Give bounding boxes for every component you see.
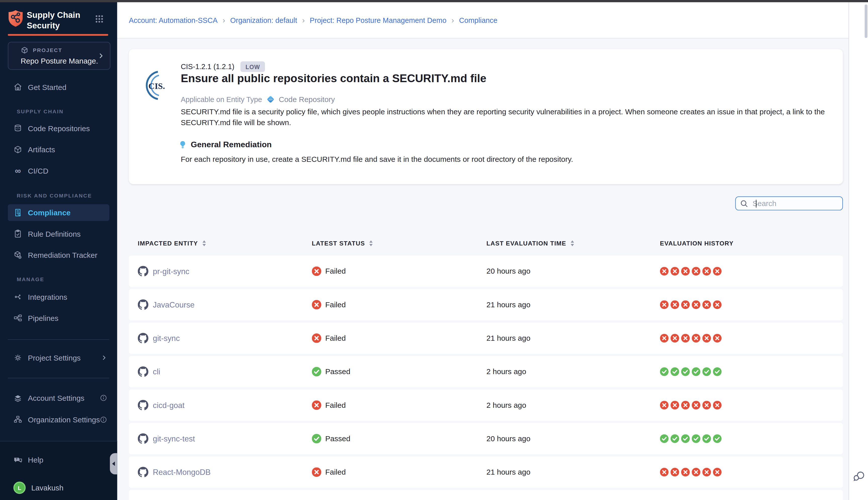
sidebar-divider xyxy=(8,378,109,378)
sidebar-item-label: Remediation Tracker xyxy=(28,251,97,259)
sidebar-item-remediation-tracker[interactable]: Remediation Tracker xyxy=(0,247,117,264)
sidebar-item-compliance[interactable]: Compliance xyxy=(8,204,109,221)
sidebar-item-artifacts[interactable]: Artifacts xyxy=(0,141,117,158)
history-failed-icon xyxy=(692,267,700,275)
table-row[interactable]: git-sync Failed 21 hours ago xyxy=(129,322,843,354)
sidebar-item-label: Get Started xyxy=(28,83,66,91)
github-icon xyxy=(138,266,148,276)
breadcrumb-bar: Account: Automation-SSCA › Organization:… xyxy=(117,2,848,38)
search-input[interactable] xyxy=(751,199,832,208)
table-row[interactable]: git-sync-test Passed 20 hours ago xyxy=(129,423,843,454)
history-failed-icon xyxy=(671,334,679,342)
project-type-label: PROJECT xyxy=(33,47,62,53)
table-row[interactable]: React-MongoDB Failed 21 hours ago xyxy=(129,456,843,488)
status-failed-icon xyxy=(312,400,322,410)
history-failed-icon xyxy=(671,468,679,476)
project-cube-icon xyxy=(21,46,28,54)
sort-button[interactable] xyxy=(202,240,207,247)
sidebar-item-organization-settings[interactable]: Organization Settings xyxy=(0,411,117,428)
sidebar-item-rule-definitions[interactable]: Rule Definitions xyxy=(0,225,117,242)
sidebar-item-label: Code Repositories xyxy=(28,124,90,133)
svg-text:CIS.: CIS. xyxy=(148,81,165,91)
history-failed-icon xyxy=(713,300,721,309)
gear-icon xyxy=(13,353,22,362)
history-passed-icon xyxy=(671,367,679,376)
history-failed-icon xyxy=(681,300,690,309)
status-failed-icon xyxy=(312,300,322,309)
entity-link[interactable]: cicd-goat xyxy=(153,401,185,410)
right-panel-strip xyxy=(848,2,868,500)
search-icon xyxy=(740,200,748,207)
impacted-entities-table: pr-git-sync Failed 20 hours ago JavaCour… xyxy=(129,255,843,500)
chat-support-icon[interactable] xyxy=(853,470,865,482)
evaluation-history xyxy=(660,300,721,309)
table-row[interactable]: pr-git-sync Failed 20 hours ago xyxy=(129,255,843,287)
sort-button[interactable] xyxy=(369,240,373,247)
breadcrumb-account-link[interactable]: Account: Automation-SSCA xyxy=(129,16,218,24)
status-label: Failed xyxy=(325,468,346,476)
table-row[interactable]: cicd-goat Failed 2 hours ago xyxy=(129,389,843,421)
project-selector[interactable]: PROJECT Repo Posture Manage... xyxy=(8,42,111,70)
entity-link[interactable]: git-sync xyxy=(153,334,180,343)
status-label: Passed xyxy=(325,367,350,376)
screen: Supply ChainSecurity PROJECT Repo Postur… xyxy=(0,0,868,500)
lightbulb-icon xyxy=(179,140,186,149)
history-passed-icon xyxy=(692,434,700,443)
evaluation-history xyxy=(660,267,721,275)
history-passed-icon xyxy=(702,434,711,443)
breadcrumb-compliance-link[interactable]: Compliance xyxy=(459,16,497,24)
info-icon[interactable] xyxy=(100,394,107,401)
app-grid-icon[interactable] xyxy=(95,14,104,24)
evaluation-history xyxy=(660,468,721,476)
status-failed-icon xyxy=(312,467,322,477)
applicable-label: Applicable on Entity Type xyxy=(181,95,262,103)
breadcrumb-organization-link[interactable]: Organization: default xyxy=(230,16,297,24)
entity-link[interactable]: React-MongoDB xyxy=(153,468,211,477)
history-passed-icon xyxy=(681,367,690,376)
sort-button[interactable] xyxy=(570,240,575,247)
sidebar-collapse-handle[interactable] xyxy=(110,453,117,474)
sidebar-item-get-started[interactable]: Get Started xyxy=(0,79,117,95)
app-title: Supply ChainSecurity xyxy=(27,10,80,31)
sidebar-section-risk-and-compliance: RISK AND COMPLIANCE xyxy=(17,192,92,198)
breadcrumb: Account: Automation-SSCA › Organization:… xyxy=(129,2,497,38)
breadcrumb-separator: › xyxy=(222,15,225,25)
user-menu[interactable]: L Lavakush xyxy=(0,479,117,496)
sidebar-item-label: Organization Settings xyxy=(28,416,100,424)
entity-link[interactable]: cli xyxy=(153,367,160,376)
sidebar-item-project-settings[interactable]: Project Settings xyxy=(0,349,117,366)
sidebar-item-integrations[interactable]: Integrations xyxy=(0,288,117,305)
info-icon[interactable] xyxy=(100,416,107,423)
column-header-latest-status: LATEST STATUS xyxy=(312,240,373,247)
artifacts-cube-icon xyxy=(13,145,22,154)
text-cursor xyxy=(756,200,756,207)
sidebar-item-label: Account Settings xyxy=(28,394,84,402)
sidebar-item-account-settings[interactable]: Account Settings xyxy=(0,389,117,406)
table-row[interactable]: JavaCourse Failed 21 hours ago xyxy=(129,289,843,320)
home-icon xyxy=(13,83,22,92)
table-row[interactable] xyxy=(129,490,843,500)
history-failed-icon xyxy=(660,468,669,476)
help-button[interactable]: ? Help xyxy=(0,452,117,468)
code-repository-icon: </> xyxy=(13,124,22,133)
entity-link[interactable]: JavaCourse xyxy=(153,300,195,309)
evaluation-time: 20 hours ago xyxy=(486,434,531,443)
sidebar-item-pipelines[interactable]: Pipelines xyxy=(0,310,117,327)
history-failed-icon xyxy=(692,334,700,342)
entity-link[interactable]: git-sync-test xyxy=(153,434,195,443)
github-icon xyxy=(138,433,148,444)
status-label: Failed xyxy=(325,300,346,309)
sidebar-item-cicd[interactable]: ∞ CI/CD xyxy=(0,162,117,179)
entity-link[interactable]: pr-git-sync xyxy=(153,267,189,276)
sidebar-item-label: Rule Definitions xyxy=(28,230,81,238)
breadcrumb-project-link[interactable]: Project: Repo Posture Management Demo xyxy=(310,16,446,24)
table-row[interactable]: cli Passed 2 hours ago xyxy=(129,356,843,387)
status-label: Failed xyxy=(325,267,346,275)
sidebar-divider xyxy=(8,339,109,340)
scrollbar-thumb[interactable] xyxy=(865,4,867,38)
brand-accent-rule xyxy=(8,34,108,36)
sidebar-item-code-repositories[interactable]: </> Code Repositories xyxy=(0,120,117,137)
rule-id: CIS-1.2.1 (1.2.1) xyxy=(181,62,234,71)
window-top-bar xyxy=(0,0,868,2)
evaluation-time: 20 hours ago xyxy=(486,267,531,275)
